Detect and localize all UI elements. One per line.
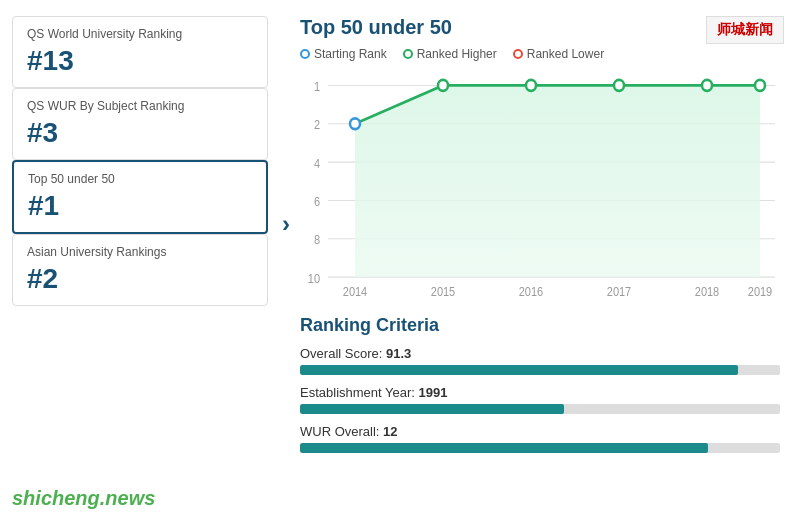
card-title-2: Top 50 under 50 <box>28 172 252 186</box>
svg-marker-18 <box>355 85 760 277</box>
svg-text:2014: 2014 <box>343 285 368 298</box>
legend-dot-2 <box>513 49 523 59</box>
ranking-card-0[interactable]: QS World University Ranking #13 <box>12 16 268 88</box>
svg-point-23 <box>702 80 712 91</box>
criteria-item-1: Establishment Year: 1991 <box>300 385 780 414</box>
criteria-item-2: WUR Overall: 12 <box>300 424 780 453</box>
svg-text:2017: 2017 <box>607 285 631 298</box>
progress-fill-0 <box>300 365 738 375</box>
criteria-label-1: Establishment Year: 1991 <box>300 385 780 400</box>
svg-text:2: 2 <box>314 119 320 132</box>
svg-point-21 <box>526 80 536 91</box>
legend-item-0: Starting Rank <box>300 47 387 61</box>
progress-fill-1 <box>300 404 564 414</box>
svg-text:2019: 2019 <box>748 285 772 298</box>
legend-item-2: Ranked Lower <box>513 47 604 61</box>
criteria-label-0: Overall Score: 91.3 <box>300 346 780 361</box>
svg-text:10: 10 <box>308 272 320 285</box>
legend-label-1: Ranked Higher <box>417 47 497 61</box>
svg-text:2016: 2016 <box>519 285 543 298</box>
chart-section: Top 50 under 50 Starting Rank Ranked Hig… <box>300 16 780 299</box>
criteria-item-0: Overall Score: 91.3 <box>300 346 780 375</box>
criteria-value-1: 1991 <box>419 385 448 400</box>
watermark: shicheng.news <box>12 487 155 510</box>
chart-container: 1 2 4 6 8 10 2014 2015 2016 2017 2018 <box>300 69 780 299</box>
svg-text:8: 8 <box>314 234 320 247</box>
criteria-section: Ranking Criteria Overall Score: 91.3 Est… <box>300 315 780 463</box>
top-badge: 师城新闻 <box>706 16 784 44</box>
svg-text:2018: 2018 <box>695 285 719 298</box>
legend-label-0: Starting Rank <box>314 47 387 61</box>
legend-label-2: Ranked Lower <box>527 47 604 61</box>
svg-point-20 <box>438 80 448 91</box>
criteria-value-0: 91.3 <box>386 346 411 361</box>
legend-dot-1 <box>403 49 413 59</box>
criteria-label-2: WUR Overall: 12 <box>300 424 780 439</box>
progress-fill-2 <box>300 443 708 453</box>
svg-point-19 <box>350 118 360 129</box>
ranking-card-3[interactable]: Asian University Rankings #2 <box>12 234 268 306</box>
progress-bg-2 <box>300 443 780 453</box>
criteria-title: Ranking Criteria <box>300 315 780 336</box>
ranking-card-2[interactable]: Top 50 under 50 #1 <box>12 160 268 234</box>
card-value-1: #3 <box>27 117 253 149</box>
legend-dot-0 <box>300 49 310 59</box>
svg-text:4: 4 <box>314 157 321 170</box>
card-title-1: QS WUR By Subject Ranking <box>27 99 253 113</box>
card-title-3: Asian University Rankings <box>27 245 253 259</box>
main-content: 师城新闻 Top 50 under 50 Starting Rank Ranke… <box>280 0 800 526</box>
svg-text:6: 6 <box>314 195 320 208</box>
legend-item-1: Ranked Higher <box>403 47 497 61</box>
svg-point-24 <box>755 80 765 91</box>
criteria-value-2: 12 <box>383 424 397 439</box>
card-value-3: #2 <box>27 263 253 295</box>
progress-bg-1 <box>300 404 780 414</box>
svg-text:2015: 2015 <box>431 285 455 298</box>
ranking-card-1[interactable]: QS WUR By Subject Ranking #3 <box>12 88 268 160</box>
chart-legend: Starting Rank Ranked Higher Ranked Lower <box>300 47 780 61</box>
card-value-2: #1 <box>28 190 252 222</box>
svg-point-22 <box>614 80 624 91</box>
sidebar: QS World University Ranking #13 QS WUR B… <box>0 0 280 526</box>
card-value-0: #13 <box>27 45 253 77</box>
card-title-0: QS World University Ranking <box>27 27 253 41</box>
svg-text:1: 1 <box>314 80 320 93</box>
progress-bg-0 <box>300 365 780 375</box>
